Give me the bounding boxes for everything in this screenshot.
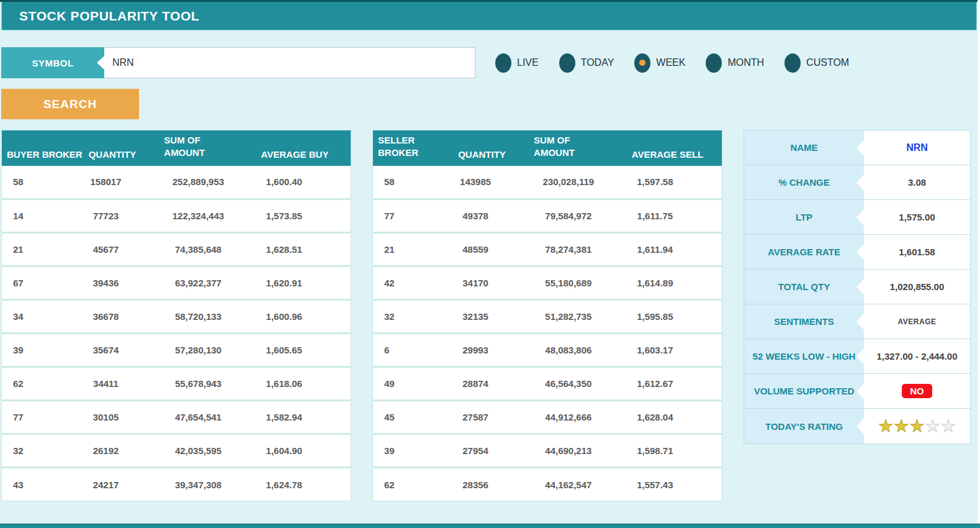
table-cell: 30105 <box>83 401 145 434</box>
table-row: 214567774,385,6481,628.51 <box>2 233 351 266</box>
period-radio-live[interactable]: LIVE <box>495 53 539 73</box>
table-row: 623441155,678,9431,618.06 <box>2 367 351 401</box>
column-header: BUYER BROKER <box>2 130 83 166</box>
summary-value: 1,601.58 <box>864 235 970 269</box>
table-cell: 158017 <box>83 166 145 199</box>
table-cell: 77723 <box>83 199 145 233</box>
table-row: 343667858,720,1331,600.96 <box>2 300 351 334</box>
table-cell: 32 <box>2 434 83 468</box>
summary-label: AVERAGE RATE <box>744 235 864 269</box>
column-header: QUANTITY <box>452 130 514 166</box>
table-cell: 28356 <box>452 468 514 501</box>
star-filled-icon: ★ <box>894 418 909 435</box>
table-cell: 67 <box>2 266 83 300</box>
table-cell: 1,611.94 <box>613 233 722 266</box>
table-cell: 48,083,806 <box>514 334 613 367</box>
period-radio-label: WEEK <box>656 57 685 68</box>
radio-selected-icon[interactable] <box>634 53 650 73</box>
table-cell: 34 <box>2 300 83 334</box>
page-right-edge <box>978 0 980 528</box>
table-cell: 29993 <box>452 334 514 367</box>
buyer-broker-table: BUYER BROKERQUANTITYSUM OF AMOUNTAVERAGE… <box>1 130 351 501</box>
table-cell: 55,180,689 <box>514 266 613 300</box>
star-filled-icon: ★ <box>909 418 924 435</box>
table-cell: 77 <box>373 199 452 233</box>
table-cell: 49378 <box>452 199 514 233</box>
summary-row: % CHANGE3.08 <box>744 165 970 200</box>
period-radio-week[interactable]: WEEK <box>634 53 685 73</box>
table-cell: 62 <box>373 468 452 501</box>
seller-broker-table: SELLER BROKERQUANTITYSUM OF AMOUNTAVERAG… <box>372 130 722 501</box>
table-row: 1477723122,324,4431,573.85 <box>2 199 351 233</box>
summary-row: AVERAGE RATE1,601.58 <box>744 235 970 270</box>
table-row: 392795444,690,2131,598.71 <box>373 434 722 468</box>
table-cell: 36678 <box>83 300 145 334</box>
summary-value: 1,020,855.00 <box>864 270 970 304</box>
table-cell: 32135 <box>452 300 514 334</box>
table-cell: 24217 <box>83 468 145 501</box>
summary-value: 1,575.00 <box>864 200 970 234</box>
table-row: 323213551,282,7351,595.85 <box>373 300 722 334</box>
table-cell: 79,584,972 <box>514 199 613 233</box>
table-row: 774937879,584,9721,611.75 <box>373 199 722 233</box>
search-button[interactable]: SEARCH <box>1 89 139 119</box>
table-cell: 39 <box>2 334 83 367</box>
column-header-label: SUM OF AMOUNT <box>534 134 583 160</box>
table-cell: 14 <box>2 199 83 233</box>
radio-icon[interactable] <box>706 53 722 73</box>
table-cell: 44,690,213 <box>514 434 613 468</box>
star-empty-icon: ★ <box>925 418 940 435</box>
summary-label: TOTAL QTY <box>744 270 864 304</box>
period-radio-label: TODAY <box>581 57 614 68</box>
table-cell: 39 <box>373 434 452 468</box>
table-cell: 58,720,133 <box>144 300 242 334</box>
summary-value: 3.08 <box>864 165 970 199</box>
period-radio-month[interactable]: MONTH <box>706 53 764 73</box>
radio-icon[interactable] <box>784 53 801 73</box>
summary-label: LTP <box>744 200 864 234</box>
column-header-label: AVERAGE SELL <box>632 149 704 160</box>
column-header: AVERAGE SELL <box>613 130 722 166</box>
summary-label: TODAY'S RATING <box>744 409 864 444</box>
summary-label: VOLUME SUPPORTED <box>744 374 864 408</box>
summary-row: TODAY'S RATING★★★★★ <box>744 409 970 444</box>
summary-label: 52 WEEKS LOW - HIGH <box>744 339 864 373</box>
table-cell: 34170 <box>452 266 514 300</box>
summary-row: SENTIMENTSAVERAGE <box>744 304 970 339</box>
table-cell: 1,603.17 <box>613 334 722 367</box>
table-cell: 35674 <box>83 334 145 367</box>
table-cell: 143985 <box>452 166 514 199</box>
radio-icon[interactable] <box>559 53 575 73</box>
table-cell: 44,912,666 <box>514 401 613 434</box>
period-radio-custom[interactable]: CUSTOM <box>784 53 849 73</box>
table-row: 673943663,922,3771,620.91 <box>2 266 351 300</box>
column-header-label: SUM OF AMOUNT <box>164 134 214 160</box>
table-row: 58143985230,028,1191,597.58 <box>373 166 722 199</box>
table-cell: 47,654,541 <box>144 401 242 434</box>
table-cell: 28874 <box>452 367 514 401</box>
column-header: SELLER BROKER <box>373 130 452 166</box>
summary-label: % CHANGE <box>744 165 864 199</box>
period-radio-today[interactable]: TODAY <box>559 53 614 73</box>
table-cell: 1,582.94 <box>243 401 351 434</box>
table-cell: 39436 <box>83 266 145 300</box>
table-row: 393567457,280,1301,605.65 <box>2 334 351 367</box>
table-cell: 62 <box>2 367 83 401</box>
table-row: 423417055,180,6891,614.89 <box>373 266 722 300</box>
star-empty-icon: ★ <box>941 418 956 435</box>
symbol-search-group: SYMBOL <box>1 47 475 78</box>
column-header-label: AVERAGE BUY <box>261 149 329 160</box>
column-header: QUANTITY <box>83 130 145 166</box>
table-cell: 230,028,119 <box>514 166 613 199</box>
summary-value: 1,327.00 - 2,444.00 <box>864 339 970 373</box>
footer-bar <box>0 524 980 528</box>
seller-table-header: SELLER BROKERQUANTITYSUM OF AMOUNTAVERAG… <box>373 130 722 166</box>
period-radio-label: LIVE <box>517 57 539 68</box>
period-radio-group: LIVETODAYWEEKMONTHCUSTOM <box>495 47 849 78</box>
table-cell: 1,597.58 <box>613 166 722 199</box>
seller-table-body: 58143985230,028,1191,597.58774937879,584… <box>373 166 722 501</box>
table-cell: 1,573.85 <box>243 199 351 233</box>
buyer-table-header: BUYER BROKERQUANTITYSUM OF AMOUNTAVERAGE… <box>2 130 351 166</box>
column-header-label: QUANTITY <box>89 149 137 160</box>
radio-icon[interactable] <box>495 53 511 73</box>
